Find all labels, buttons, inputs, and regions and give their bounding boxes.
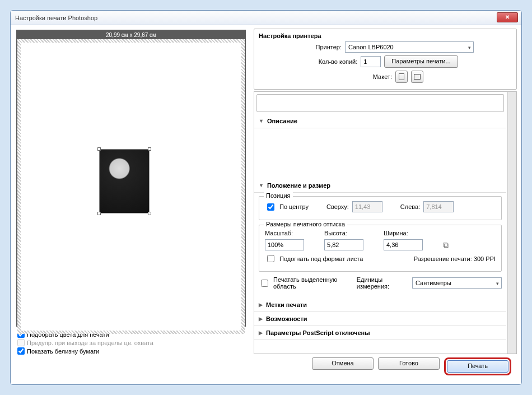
titlebar[interactable]: Настройки печати Photoshop ✕ xyxy=(11,11,521,25)
preview-pane: 20,99 см х 29,67 см xyxy=(11,25,251,384)
color-management-panel xyxy=(256,94,504,112)
width-label: Ширина: xyxy=(384,230,408,236)
copies-input[interactable]: 1 xyxy=(361,56,381,67)
height-label: Высота: xyxy=(324,230,347,236)
orientation-landscape-button[interactable] xyxy=(411,71,423,83)
print-selected-label: Печатать выделенную область xyxy=(273,276,350,290)
close-button[interactable]: ✕ xyxy=(497,12,518,22)
done-button[interactable]: Готово xyxy=(378,357,440,370)
position-legend: Позиция xyxy=(264,192,293,199)
units-select[interactable]: Сантиметры xyxy=(412,277,502,289)
description-body xyxy=(254,128,506,179)
paper-white-label: Показать белизну бумаги xyxy=(27,348,99,355)
print-button[interactable]: Печать xyxy=(447,360,508,373)
print-settings-dialog: Настройки печати Photoshop ✕ 20,99 см х … xyxy=(10,10,522,385)
functions-header[interactable]: Возможности xyxy=(254,312,506,326)
landscape-icon xyxy=(414,74,421,80)
orientation-portrait-button[interactable] xyxy=(395,71,408,83)
left-label: Слева: xyxy=(400,203,420,210)
printer-label: Принтер: xyxy=(297,44,342,50)
position-size-header[interactable]: Положение и размер xyxy=(254,179,506,193)
description-header[interactable]: Описание xyxy=(254,114,506,128)
window-title: Настройки печати Photoshop xyxy=(15,15,97,21)
units-label: Единицы измерения: xyxy=(357,276,409,290)
paper-white-checkbox[interactable] xyxy=(17,347,25,355)
print-button-highlight: Печать xyxy=(444,357,511,375)
postscript-header[interactable]: Параметры PostScript отключены xyxy=(254,326,506,340)
printer-setup-section: Настройка принтера Принтер: Canon LBP602… xyxy=(254,29,517,90)
layout-label: Макет: xyxy=(347,73,392,80)
link-icon[interactable]: ⧉ xyxy=(443,240,449,250)
print-settings-button[interactable]: Параметры печати... xyxy=(384,55,458,68)
print-marks-header[interactable]: Метки печати xyxy=(254,298,506,312)
scale-label: Масштаб: xyxy=(265,230,293,236)
center-checkbox[interactable] xyxy=(267,203,274,211)
preview-image[interactable] xyxy=(99,149,150,213)
printer-select[interactable]: Canon LBP6020 xyxy=(345,41,474,53)
fit-media-checkbox[interactable] xyxy=(267,255,274,262)
scrollbar[interactable] xyxy=(507,92,516,354)
copies-label: Кол-во копий: xyxy=(312,58,357,65)
width-input[interactable]: 4,36 xyxy=(384,239,423,250)
gamut-warning-label: Предупр. при выходе за пределы цв. охват… xyxy=(27,340,153,346)
preview-paper[interactable] xyxy=(21,43,241,331)
preview-dimensions: 20,99 см х 29,67 см xyxy=(17,31,245,39)
top-input: 11,43 xyxy=(352,201,382,212)
printer-setup-title: Настройка принтера xyxy=(259,32,512,39)
scaled-size-legend: Размеры печатного оттиска xyxy=(264,221,347,227)
portrait-icon xyxy=(399,73,404,80)
fit-media-label: Подогнать под формат листа xyxy=(279,255,363,262)
position-size-body: Позиция По центру Сверху: 11,43 Слева: 7… xyxy=(254,193,506,298)
resolution-label: Разрешение печати: 300 PPI xyxy=(414,255,496,262)
options-scroll-area: Описание Положение и размер Позиция По ц… xyxy=(254,91,517,354)
left-input: 7,814 xyxy=(423,201,454,212)
cancel-button[interactable]: Отмена xyxy=(312,357,374,370)
height-input[interactable]: 5,82 xyxy=(324,239,363,250)
scale-input[interactable]: 100% xyxy=(265,239,304,250)
gamut-warning-checkbox xyxy=(17,339,25,346)
center-label: По центру xyxy=(279,203,309,210)
top-label: Сверху: xyxy=(326,203,349,210)
print-selected-checkbox[interactable] xyxy=(261,280,268,287)
